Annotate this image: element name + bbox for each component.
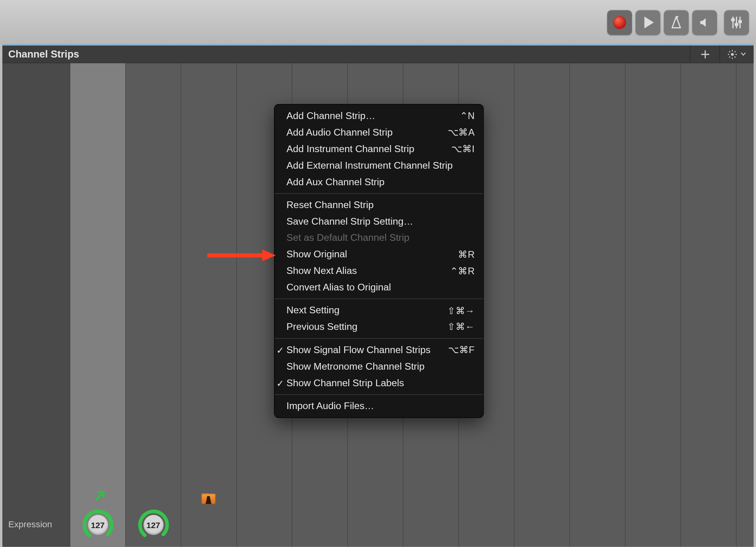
menu-item-shortcut: ⌥⌘A — [448, 125, 475, 139]
play-icon — [644, 16, 654, 28]
menu-item-save-channel-strip-setting[interactable]: Save Channel Strip Setting… — [275, 213, 484, 230]
record-icon — [613, 16, 626, 29]
folder-stack-icon — [202, 494, 216, 504]
panel-header-tools — [690, 46, 754, 63]
menu-separator — [275, 299, 484, 300]
menu-item-label: Set as Default Channel Strip — [287, 231, 475, 245]
channel-strip-10[interactable] — [570, 63, 626, 547]
menu-item-next-setting[interactable]: Next Setting⇧⌘→ — [275, 302, 484, 319]
metronome-button[interactable] — [664, 10, 689, 35]
menu-item-label: Reset Channel Strip — [287, 198, 475, 212]
transport-group — [607, 10, 717, 35]
check-icon: ✓ — [276, 377, 284, 390]
menu-separator — [275, 338, 484, 339]
channel-strip-11[interactable] — [626, 63, 681, 547]
menu-item-shortcut: ⇧⌘→ — [447, 303, 475, 317]
menu-item-label: Show Metronome Channel Strip — [287, 359, 475, 374]
menu-item-convert-alias-to-original[interactable]: Convert Alias to Original — [275, 279, 484, 296]
menu-item-shortcut: ⇧⌘← — [447, 320, 475, 334]
channel-strip-3[interactable] — [182, 63, 237, 547]
menu-item-import-audio-files[interactable]: Import Audio Files… — [275, 398, 484, 414]
menu-separator — [275, 394, 484, 395]
svg-point-7 — [731, 53, 734, 56]
menu-item-label: Add External Instrument Channel Strip — [287, 158, 475, 173]
menu-item-add-channel-strip[interactable]: Add Channel Strip…⌃N — [275, 108, 484, 124]
add-strip-button[interactable] — [690, 46, 719, 63]
menu-item-shortcut: ⌃⌘R — [450, 264, 475, 278]
count-in-button[interactable] — [692, 10, 717, 35]
expression-knob-1[interactable]: 127 — [70, 509, 126, 541]
menu-item-label: Convert Alias to Original — [287, 280, 475, 294]
menu-item-add-audio-channel-strip[interactable]: Add Audio Channel Strip⌥⌘A — [275, 124, 484, 141]
play-button[interactable] — [636, 10, 660, 35]
metronome-icon — [669, 15, 684, 29]
row-labels-column: Expression — [2, 63, 70, 547]
menu-item-shortcut: ⌥⌘I — [451, 142, 475, 156]
menu-item-label: Save Channel Strip Setting… — [287, 214, 475, 229]
panel-menu-button[interactable] — [719, 46, 754, 63]
knob-value: 127 — [146, 520, 160, 530]
panel-header: Channel Strips — [2, 46, 754, 63]
knob-value: 127 — [91, 520, 105, 530]
channel-strip-1[interactable]: 127 — [70, 63, 126, 547]
menu-item-label: Show Original — [287, 247, 451, 262]
menu-separator — [275, 193, 484, 194]
mixer-button[interactable] — [724, 10, 749, 35]
menu-item-shortcut: ⌘R — [458, 247, 475, 261]
menu-item-show-metronome-strip[interactable]: Show Metronome Channel Strip — [275, 358, 484, 375]
menu-item-label: Import Audio Files… — [287, 399, 475, 413]
menu-item-label: Show Signal Flow Channel Strips — [287, 343, 441, 357]
menu-item-show-next-alias[interactable]: Show Next Alias⌃⌘R — [275, 262, 484, 279]
svg-rect-4 — [732, 19, 734, 20]
menu-item-label: Add Instrument Channel Strip — [287, 142, 445, 156]
menu-item-label: Add Audio Channel Strip — [287, 125, 441, 140]
alias-arrow-icon — [94, 489, 107, 504]
menu-item-shortcut: ⌥⌘F — [448, 343, 475, 357]
channel-strip-context-menu: Add Channel Strip…⌃NAdd Audio Channel St… — [274, 104, 484, 418]
speaker-icon — [698, 16, 711, 29]
menu-item-label: Show Channel Strip Labels — [287, 376, 475, 390]
record-button[interactable] — [607, 10, 632, 35]
menu-item-add-external-instrument-channel-strip[interactable]: Add External Instrument Channel Strip — [275, 157, 484, 174]
menu-item-label: Previous Setting — [287, 320, 441, 334]
menu-item-label: Add Channel Strip… — [287, 109, 453, 123]
menu-item-label: Next Setting — [287, 303, 441, 318]
menu-item-set-default-channel-strip: Set as Default Channel Strip — [275, 230, 484, 246]
menu-item-shortcut: ⌃N — [460, 109, 475, 123]
menu-item-add-instrument-channel-strip[interactable]: Add Instrument Channel Strip⌥⌘I — [275, 141, 484, 157]
svg-rect-5 — [736, 23, 738, 25]
channel-strip-12[interactable] — [681, 63, 737, 547]
gear-icon — [727, 49, 738, 60]
svg-rect-6 — [739, 20, 741, 22]
expression-knob-2[interactable]: 127 — [126, 509, 181, 541]
transport-toolbar — [0, 0, 756, 45]
view-group — [724, 10, 749, 35]
chevron-down-icon — [740, 48, 747, 60]
panel-title: Channel Strips — [8, 48, 79, 60]
menu-item-previous-setting[interactable]: Previous Setting⇧⌘← — [275, 319, 484, 335]
menu-item-show-original[interactable]: Show Original⌘R — [275, 246, 484, 263]
row-label-expression: Expression — [8, 519, 64, 529]
menu-item-add-aux-channel-strip[interactable]: Add Aux Channel Strip — [275, 174, 484, 190]
menu-item-show-signal-flow[interactable]: ✓Show Signal Flow Channel Strips⌥⌘F — [275, 342, 484, 358]
mixer-icon — [730, 15, 744, 29]
plus-icon — [700, 49, 710, 60]
check-icon: ✓ — [276, 344, 284, 357]
channel-strips-panel: Channel Strips Expression — [2, 45, 754, 547]
menu-item-reset-channel-strip[interactable]: Reset Channel Strip — [275, 197, 484, 213]
menu-item-label: Show Next Alias — [287, 264, 443, 278]
channel-strip-2[interactable]: 127 — [126, 63, 182, 547]
menu-item-show-channel-strip-labels[interactable]: ✓Show Channel Strip Labels — [275, 375, 484, 391]
channel-strip-9[interactable] — [515, 63, 570, 547]
menu-item-label: Add Aux Channel Strip — [287, 175, 475, 189]
